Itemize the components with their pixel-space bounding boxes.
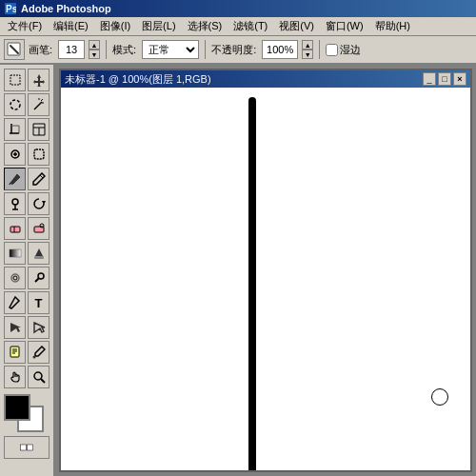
document-title: 未标器-1 @ 100%(图层 1,RGB) bbox=[65, 72, 211, 87]
tool-lasso[interactable] bbox=[4, 93, 26, 116]
svg-rect-48 bbox=[28, 445, 33, 450]
tool-row-10: T bbox=[4, 291, 50, 314]
brush-tool-icon bbox=[4, 39, 25, 60]
document-title-bar: 未标器-1 @ 100%(图层 1,RGB) _ □ × bbox=[61, 70, 470, 88]
opacity-input[interactable] bbox=[262, 40, 298, 59]
tool-marquee[interactable] bbox=[4, 69, 26, 91]
tool-row-1 bbox=[4, 69, 50, 91]
tool-slice[interactable] bbox=[28, 118, 50, 141]
color-boxes bbox=[4, 394, 48, 432]
screen-mode-row bbox=[4, 436, 50, 459]
menu-help[interactable]: 帮助(H) bbox=[369, 17, 416, 35]
tool-move[interactable] bbox=[28, 69, 50, 91]
tool-magic-wand[interactable] bbox=[28, 93, 50, 116]
toolbar-divider-2 bbox=[205, 40, 206, 59]
tool-row-12 bbox=[4, 341, 50, 364]
app-icon: Ps bbox=[4, 2, 17, 15]
toolbox: T bbox=[0, 65, 55, 476]
svg-point-24 bbox=[12, 199, 18, 205]
svg-point-45 bbox=[34, 372, 42, 380]
tool-row-2 bbox=[4, 93, 50, 116]
svg-point-34 bbox=[11, 274, 19, 282]
options-toolbar: 画笔: ▲ ▼ 模式: 正常 溶解 正片叠底 不透明度: ▲ ▼ 湿边 bbox=[0, 36, 476, 65]
svg-line-22 bbox=[10, 183, 10, 185]
svg-point-6 bbox=[10, 100, 20, 109]
menu-view[interactable]: 视图(V) bbox=[273, 17, 320, 35]
opacity-spinner[interactable]: ▲ ▼ bbox=[302, 40, 313, 59]
document-controls: _ □ × bbox=[423, 72, 466, 86]
tool-gradient[interactable] bbox=[4, 242, 26, 265]
svg-marker-38 bbox=[10, 323, 21, 332]
menu-image[interactable]: 图像(I) bbox=[94, 17, 136, 35]
tool-eraser[interactable] bbox=[4, 217, 26, 240]
brush-size-input[interactable] bbox=[58, 40, 85, 59]
svg-rect-21 bbox=[34, 149, 44, 159]
svg-marker-39 bbox=[34, 323, 45, 332]
mode-label: 模式: bbox=[112, 43, 136, 57]
tool-pen[interactable] bbox=[4, 291, 26, 314]
menu-bar: 文件(F) 编辑(E) 图像(I) 图层(L) 选择(S) 滤镜(T) 视图(V… bbox=[0, 17, 476, 36]
opacity-spinner-up[interactable]: ▲ bbox=[302, 40, 313, 50]
tool-text[interactable]: T bbox=[28, 291, 50, 314]
tool-extra bbox=[4, 436, 50, 459]
svg-marker-27 bbox=[42, 201, 46, 205]
tool-row-7 bbox=[4, 217, 50, 240]
tool-row-6 bbox=[4, 192, 50, 215]
tool-healing[interactable] bbox=[4, 143, 26, 166]
svg-line-9 bbox=[41, 99, 43, 101]
tool-row-4 bbox=[4, 143, 50, 166]
svg-line-46 bbox=[41, 379, 45, 383]
wet-edges-checkbox[interactable] bbox=[326, 44, 338, 56]
tool-row-3 bbox=[4, 118, 50, 141]
canvas-area[interactable]: 未标器-1 @ 100%(图层 1,RGB) _ □ × bbox=[55, 65, 476, 476]
menu-edit[interactable]: 编辑(E) bbox=[48, 17, 94, 35]
toolbar-divider-1 bbox=[106, 40, 107, 59]
svg-line-7 bbox=[34, 102, 42, 109]
tool-eyedropper[interactable] bbox=[28, 341, 50, 364]
tool-crop[interactable] bbox=[4, 118, 26, 141]
tool-clone[interactable] bbox=[4, 192, 26, 215]
menu-file[interactable]: 文件(F) bbox=[2, 17, 48, 35]
tool-row-5 bbox=[4, 168, 50, 190]
doc-minimize-button[interactable]: _ bbox=[423, 72, 436, 86]
tool-row-11 bbox=[4, 316, 50, 339]
tool-dodge[interactable] bbox=[28, 267, 50, 289]
tool-direct-select[interactable] bbox=[28, 316, 50, 339]
doc-maximize-button[interactable]: □ bbox=[438, 72, 451, 86]
tool-screen-mode-standard[interactable] bbox=[4, 436, 50, 459]
toolbar-divider-3 bbox=[319, 40, 320, 59]
color-picker bbox=[4, 394, 50, 432]
brush-size-spinner[interactable]: ▲ ▼ bbox=[89, 40, 100, 59]
document-window: 未标器-1 @ 100%(图层 1,RGB) _ □ × bbox=[59, 69, 472, 472]
tool-blur[interactable] bbox=[4, 267, 26, 289]
doc-close-button[interactable]: × bbox=[453, 72, 466, 86]
menu-window[interactable]: 窗口(W) bbox=[320, 17, 369, 35]
spinner-up[interactable]: ▲ bbox=[89, 40, 100, 50]
tool-notes[interactable] bbox=[4, 341, 26, 364]
tool-hand[interactable] bbox=[4, 366, 26, 388]
tool-row-8 bbox=[4, 242, 50, 265]
svg-line-37 bbox=[35, 278, 39, 282]
tool-brush[interactable] bbox=[4, 168, 26, 190]
tool-paint-bucket[interactable] bbox=[28, 242, 50, 265]
brush-preview-circle bbox=[431, 388, 448, 406]
svg-rect-33 bbox=[34, 256, 44, 259]
svg-point-35 bbox=[13, 276, 17, 280]
wet-edges-label: 湿边 bbox=[340, 43, 361, 57]
tool-path-select[interactable] bbox=[4, 316, 26, 339]
tool-background-eraser[interactable] bbox=[28, 217, 50, 240]
menu-select[interactable]: 选择(S) bbox=[182, 17, 228, 35]
menu-filter[interactable]: 滤镜(T) bbox=[228, 17, 273, 35]
tool-pencil[interactable] bbox=[28, 168, 50, 190]
tool-history-brush[interactable] bbox=[28, 192, 50, 215]
mode-select[interactable]: 正常 溶解 正片叠底 bbox=[142, 40, 199, 59]
text-tool-label: T bbox=[35, 296, 43, 310]
foreground-color-swatch[interactable] bbox=[4, 394, 30, 421]
svg-rect-47 bbox=[21, 445, 27, 450]
document-canvas[interactable] bbox=[61, 88, 470, 470]
tool-patch[interactable] bbox=[28, 143, 50, 166]
tool-zoom[interactable] bbox=[28, 366, 50, 388]
menu-layer[interactable]: 图层(L) bbox=[136, 17, 181, 35]
spinner-down[interactable]: ▼ bbox=[89, 50, 100, 59]
opacity-spinner-down[interactable]: ▼ bbox=[302, 50, 313, 59]
